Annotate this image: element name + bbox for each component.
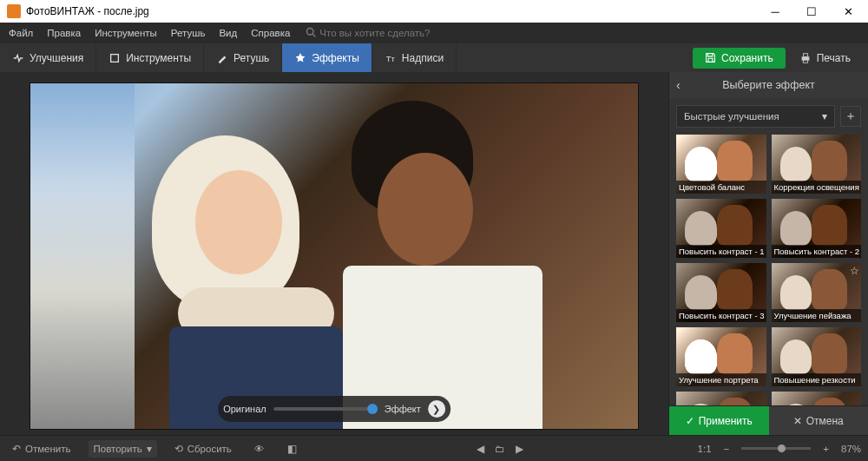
compare-track[interactable] <box>273 407 378 411</box>
tab-retouch[interactable]: Ретушь <box>204 43 282 72</box>
menu-view[interactable]: Вид <box>214 28 242 38</box>
effect-thumb[interactable]: ☆Улучшение пейзажа <box>772 263 862 322</box>
folder-icon: 🗀 <box>495 444 505 454</box>
maximize-button[interactable]: ☐ <box>793 0 830 23</box>
panel-title: Выберите эффект <box>722 79 814 91</box>
apply-button[interactable]: ✓ Применить <box>669 406 769 435</box>
reset-label: Сбросить <box>187 444 232 454</box>
menu-file[interactable]: Файл <box>3 28 38 38</box>
effect-thumb[interactable] <box>772 392 862 405</box>
redo-button[interactable]: Повторить ▾ <box>89 440 157 458</box>
tab-tools[interactable]: Инструменты <box>96 43 204 72</box>
tab-retouch-label: Ретушь <box>233 52 269 64</box>
printer-icon <box>799 52 812 64</box>
undo-label: Отменить <box>25 444 71 454</box>
toolbar-right: Сохранить Печать <box>693 43 868 72</box>
image-canvas[interactable]: Оригинал Эффект ❯ <box>30 83 638 429</box>
effect-thumb[interactable]: Повысить контраст - 1 <box>676 199 766 258</box>
menu-instruments[interactable]: Инструменты <box>89 28 162 38</box>
print-button[interactable]: Печать <box>792 48 858 69</box>
zoom-ratio[interactable]: 1:1 <box>698 444 712 454</box>
cancel-button[interactable]: ✕ Отмена <box>769 406 869 435</box>
compare-thumb[interactable] <box>367 404 378 414</box>
file-nav: ◀ 🗀 ▶ <box>473 441 527 457</box>
effect-thumb[interactable]: Повысить контраст - 2 <box>772 199 862 258</box>
reset-icon: ⟲ <box>174 443 183 455</box>
zoom-in-button[interactable]: + <box>823 444 829 454</box>
panel-category-row: Быстрые улучшения ▾ ＋ <box>676 105 861 128</box>
effect-thumb[interactable]: Повышение резкости <box>772 327 862 386</box>
tab-effects-label: Эффекты <box>312 52 359 64</box>
effect-label: Коррекция освещения <box>772 181 862 194</box>
search-icon <box>306 27 316 40</box>
view-toggle-button[interactable]: 👁 <box>249 441 270 457</box>
window-controls: ─ ☐ ✕ <box>757 0 866 23</box>
save-icon <box>705 52 716 63</box>
chevron-down-icon: ▾ <box>822 110 827 122</box>
search-wrap <box>306 27 458 40</box>
app-icon <box>7 4 21 18</box>
effect-thumb[interactable]: Повысить контраст - 3 <box>676 263 766 322</box>
search-input[interactable] <box>319 28 458 38</box>
effect-label: Повысить контраст - 2 <box>772 245 862 258</box>
minimize-button[interactable]: ─ <box>757 0 793 23</box>
effect-label: Повысить контраст - 1 <box>676 245 766 258</box>
reset-button[interactable]: ⟲ Сбросить <box>169 440 237 458</box>
close-button[interactable]: ✕ <box>830 0 866 23</box>
compare-slider[interactable]: Оригинал Эффект ❯ <box>218 396 450 422</box>
nav-prev-button[interactable]: ◀ <box>473 441 488 457</box>
compare-original-label: Оригинал <box>223 404 266 414</box>
menu-edit[interactable]: Правка <box>42 28 86 38</box>
zoom-out-button[interactable]: − <box>724 444 730 454</box>
undo-button[interactable]: ↶ Отменить <box>7 440 76 458</box>
effect-thumb[interactable] <box>676 392 766 405</box>
print-label: Печать <box>817 52 851 64</box>
effect-label: Повышение резкости <box>772 373 862 386</box>
titlebar: ФотоВИНТАЖ - после.jpg ─ ☐ ✕ <box>0 0 868 23</box>
canvas-area: Оригинал Эффект ❯ <box>0 72 668 435</box>
window-title: ФотоВИНТАЖ - после.jpg <box>26 5 149 17</box>
eye-icon: 👁 <box>254 444 265 454</box>
tab-captions-label: Надписи <box>402 52 444 64</box>
effect-label: Цветовой баланс <box>676 181 766 194</box>
tab-tools-label: Инструменты <box>126 52 191 64</box>
category-label: Быстрые улучшения <box>684 111 779 122</box>
effects-panel: ‹ Выберите эффект Быстрые улучшения ▾ ＋ … <box>668 72 868 435</box>
apply-label: Применить <box>699 415 753 427</box>
menu-retouch[interactable]: Ретушь <box>166 28 211 38</box>
svg-point-0 <box>307 28 314 35</box>
split-icon: ◧ <box>287 443 297 455</box>
zoom-slider[interactable] <box>741 447 811 450</box>
nav-browse-button[interactable]: 🗀 <box>491 442 509 456</box>
menu-help[interactable]: Справка <box>246 28 295 38</box>
effects-grid: Цветовой баланс Коррекция освещения Повы… <box>669 135 868 405</box>
panel-actions: ✓ Применить ✕ Отмена <box>669 405 868 435</box>
nav-next-button[interactable]: ▶ <box>512 441 527 457</box>
save-button[interactable]: Сохранить <box>693 48 786 69</box>
panel-back-button[interactable]: ‹ <box>676 78 681 92</box>
compare-next-icon[interactable]: ❯ <box>428 400 445 418</box>
panel-header: ‹ Выберите эффект <box>669 72 868 98</box>
redo-label: Повторить <box>94 444 142 454</box>
tab-enhance-label: Улучшения <box>30 52 83 64</box>
svg-rect-5 <box>803 53 807 56</box>
cancel-label: Отмена <box>806 415 844 427</box>
category-dropdown[interactable]: Быстрые улучшения ▾ <box>676 105 835 128</box>
tab-captions[interactable]: Tт Надписи <box>372 43 457 72</box>
svg-rect-2 <box>111 54 119 62</box>
add-category-button[interactable]: ＋ <box>840 106 861 127</box>
zoom-percent: 87% <box>841 444 861 454</box>
tab-enhance[interactable]: Улучшения <box>0 43 96 72</box>
compare-view-button[interactable]: ◧ <box>282 440 302 458</box>
effect-label: Повысить контраст - 3 <box>676 309 766 322</box>
workspace: Оригинал Эффект ❯ ‹ Выберите эффект Быст… <box>0 72 868 435</box>
favorite-icon[interactable]: ☆ <box>850 265 859 277</box>
effect-label: Улучшение пейзажа <box>772 309 862 322</box>
menubar: Файл Правка Инструменты Ретушь Вид Справ… <box>0 23 868 43</box>
undo-icon: ↶ <box>12 443 21 455</box>
effect-thumb[interactable]: Улучшение портрета <box>676 327 766 386</box>
check-icon: ✓ <box>686 415 694 427</box>
effect-thumb[interactable]: Цветовой баланс <box>676 135 766 194</box>
tab-effects[interactable]: Эффекты <box>282 43 372 72</box>
effect-thumb[interactable]: Коррекция освещения <box>772 135 862 194</box>
